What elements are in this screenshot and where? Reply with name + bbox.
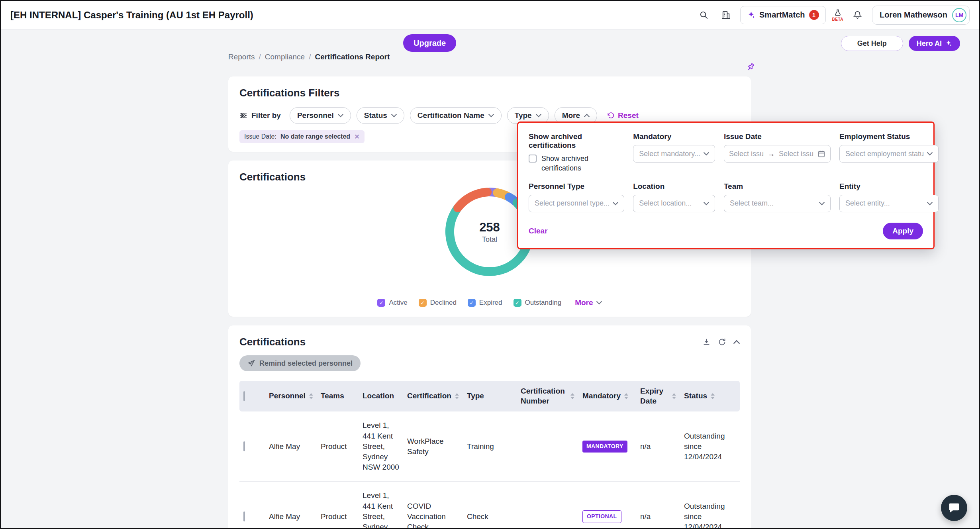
sort-icon[interactable] — [672, 393, 676, 399]
column-mandatory[interactable]: Mandatory — [578, 381, 636, 411]
checkbox-checked-icon[interactable]: ✓ — [468, 299, 476, 307]
field-personnel-type: Personnel Type Select personnel type... — [529, 182, 624, 212]
more-filters-panel: Show archived certifications Show archiv… — [517, 121, 935, 249]
cell-certification-number — [517, 482, 578, 529]
filter-certification-name-button[interactable]: Certification Name — [410, 107, 502, 124]
chip-close-icon[interactable]: ✕ — [354, 133, 360, 140]
filter-personnel-button[interactable]: Personnel — [290, 107, 351, 124]
sparkle-icon — [945, 40, 952, 47]
chevron-down-icon — [338, 114, 343, 118]
upgrade-button[interactable]: Upgrade — [403, 34, 456, 52]
clear-filters-button[interactable]: Clear — [529, 227, 548, 235]
filter-status-button[interactable]: Status — [357, 107, 404, 124]
field-team: Team Select team... — [724, 182, 831, 212]
table-tools — [702, 338, 740, 346]
breadcrumb-compliance[interactable]: Compliance — [265, 53, 305, 61]
chat-widget-button[interactable] — [941, 495, 967, 521]
avatar: LM — [952, 8, 966, 22]
field-issue-date: Issue Date Select issu → Select issu — [724, 132, 831, 173]
checkbox-checked-icon[interactable]: ✓ — [377, 299, 385, 307]
sort-icon[interactable] — [711, 393, 715, 399]
issue-date-chip: Issue Date: No date range selected ✕ — [239, 130, 365, 143]
bell-icon — [853, 10, 862, 20]
chevron-down-icon — [819, 202, 825, 206]
location-select[interactable]: Select location... — [633, 195, 715, 212]
chevron-down-icon — [613, 202, 618, 206]
reset-filters-button[interactable]: Reset — [607, 111, 639, 120]
sort-icon[interactable] — [455, 393, 459, 399]
cell-expiry-date: n/a — [636, 411, 680, 482]
calendar-icon — [817, 150, 825, 158]
topbar-actions: SmartMatch 1 BETA Loren Mathewson LM — [696, 6, 970, 25]
smartmatch-button[interactable]: SmartMatch 1 — [740, 6, 825, 24]
legend-more-button[interactable]: More — [575, 298, 602, 307]
sort-icon[interactable] — [624, 393, 628, 399]
hero-ai-button[interactable]: Hero AI — [909, 36, 960, 51]
notifications-button[interactable] — [850, 7, 866, 23]
issue-date-from-input[interactable]: Select issu — [729, 150, 764, 158]
sort-icon[interactable] — [570, 393, 574, 399]
employment-status-select[interactable]: Select employment statu — [839, 145, 939, 163]
filter-sliders-icon — [239, 112, 247, 120]
beta-feature-button[interactable]: BETA — [832, 9, 843, 22]
filters-card-title: Certifications Filters — [239, 87, 740, 99]
column-certification-number[interactable]: Certification Number — [517, 381, 578, 411]
legend-item-outstanding[interactable]: ✓ Outstanding — [514, 299, 562, 307]
table-row: Alfie May Product Level 1, 441 Kent Stre… — [239, 411, 740, 482]
mandatory-select[interactable]: Select mandatory... — [633, 145, 715, 163]
chevron-down-icon — [536, 114, 541, 118]
page-title: [EH INTERNAL] Casper's Training (AU 1st … — [10, 10, 253, 21]
chevron-up-icon — [733, 340, 740, 344]
field-employment-status: Employment Status Select employment stat… — [839, 132, 939, 173]
personnel-type-select[interactable]: Select personnel type... — [529, 195, 624, 212]
column-expiry-date[interactable]: Expiry Date — [636, 381, 680, 411]
apply-filters-button[interactable]: Apply — [883, 223, 923, 239]
mandatory-badge: MANDATORY — [582, 441, 627, 452]
team-select[interactable]: Select team... — [724, 195, 831, 212]
legend-item-expired[interactable]: ✓ Expired — [468, 299, 502, 307]
chart-legend: ✓ Active ✓ Declined ✓ Expired ✓ Outstand… — [228, 298, 751, 307]
column-certification[interactable]: Certification — [403, 381, 463, 411]
certifications-table: Personnel Teams Location Certification T… — [239, 381, 740, 529]
get-help-button[interactable]: Get Help — [841, 36, 903, 51]
issue-date-range-input[interactable]: Select issu → Select issu — [724, 145, 831, 163]
issue-date-chip-label: Issue Date: — [244, 133, 276, 140]
chevron-down-icon — [596, 301, 602, 305]
sort-icon[interactable] — [309, 393, 313, 399]
checkbox-checked-icon[interactable]: ✓ — [514, 299, 521, 307]
user-menu-button[interactable]: Loren Mathewson LM — [872, 6, 970, 25]
legend-item-declined[interactable]: ✓ Declined — [419, 299, 457, 307]
organisation-button[interactable] — [718, 7, 734, 23]
field-entity: Entity Select entity... — [839, 182, 939, 212]
cell-type: Check — [463, 482, 517, 529]
cell-teams: Product — [317, 411, 359, 482]
collapse-button[interactable] — [733, 340, 740, 344]
legend-item-active[interactable]: ✓ Active — [377, 299, 407, 307]
breadcrumb-separator: / — [309, 53, 311, 61]
pin-icon[interactable] — [743, 61, 757, 75]
cell-mandatory: MANDATORY — [578, 411, 636, 482]
breadcrumb: Reports / Compliance / Certifications Re… — [228, 53, 390, 61]
sparkle-icon — [747, 11, 755, 19]
column-personnel[interactable]: Personnel — [265, 381, 317, 411]
row-checkbox[interactable] — [243, 441, 245, 451]
search-button[interactable] — [696, 7, 711, 23]
breadcrumb-reports[interactable]: Reports — [228, 53, 255, 61]
chevron-down-icon — [704, 152, 709, 156]
column-status[interactable]: Status — [680, 381, 740, 411]
checkbox-checked-icon[interactable]: ✓ — [419, 299, 427, 307]
refresh-button[interactable] — [718, 338, 726, 346]
hero-ai-label: Hero AI — [917, 39, 942, 48]
issue-date-to-input[interactable]: Select issu — [779, 150, 813, 158]
remind-selected-personnel-button[interactable]: Remind selected personnel — [239, 355, 361, 371]
show-archived-checkbox[interactable] — [529, 155, 537, 163]
table-header: Personnel Teams Location Certification T… — [239, 381, 740, 411]
select-all-checkbox[interactable] — [243, 391, 245, 401]
cell-certification: COVID Vaccination Check — [403, 482, 463, 529]
send-icon — [247, 359, 255, 367]
row-checkbox[interactable] — [243, 511, 245, 521]
refresh-icon — [718, 338, 726, 346]
download-button[interactable] — [702, 338, 711, 346]
field-location: Location Select location... — [633, 182, 715, 212]
entity-select[interactable]: Select entity... — [839, 195, 939, 212]
